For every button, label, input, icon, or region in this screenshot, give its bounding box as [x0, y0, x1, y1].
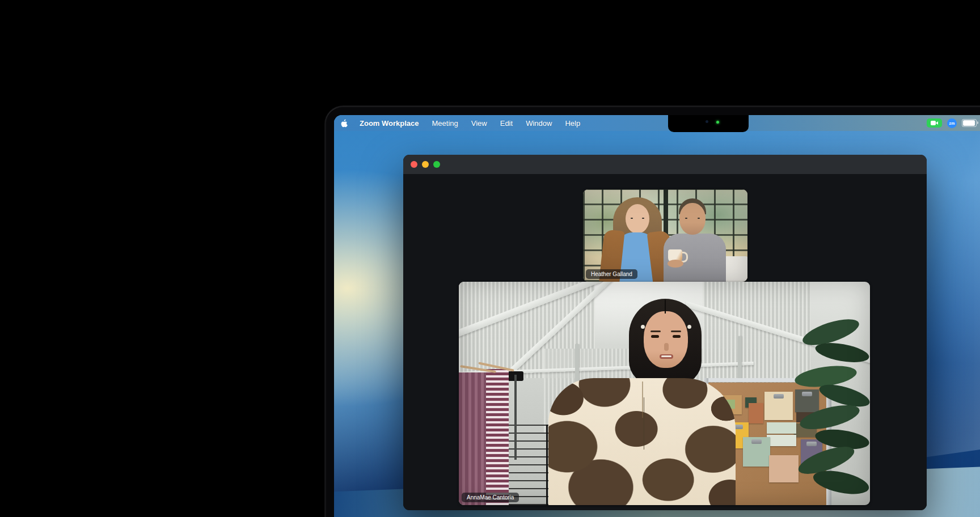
participant-name-label: AnnaMae Cantoria: [462, 493, 519, 502]
swatch: [767, 422, 796, 434]
eye: [651, 335, 659, 338]
macos-menubar: Zoom Workplace Meeting View Edit Window …: [334, 115, 980, 131]
menu-meeting[interactable]: Meeting: [430, 119, 461, 128]
menubar-status-icons: zm: [927, 115, 977, 131]
eye: [673, 335, 681, 338]
camera-indicator-light: [716, 121, 719, 124]
rack-pole: [514, 375, 517, 460]
earring: [687, 325, 691, 329]
swatch: [749, 403, 763, 423]
menubar-menus: Zoom Workplace Meeting View Edit Window …: [357, 119, 582, 128]
facetime-camera-dot: [706, 120, 708, 123]
swatch: [764, 392, 793, 420]
minimize-button[interactable]: [422, 161, 429, 168]
earring: [641, 325, 645, 329]
menu-view[interactable]: View: [469, 119, 489, 128]
eye: [642, 218, 644, 219]
battery-nub: [977, 121, 978, 124]
eye: [698, 218, 700, 219]
swatch: [743, 437, 770, 467]
necklace: [644, 397, 644, 450]
potted-plant: [798, 319, 870, 505]
video-tile-annamae[interactable]: AnnaMae Cantoria: [459, 282, 870, 505]
macbook-frame: Zoom Workplace Meeting View Edit Window …: [325, 106, 980, 517]
traffic-lights: [411, 161, 440, 168]
video-camera-icon: [931, 121, 938, 125]
menu-window[interactable]: Window: [523, 119, 554, 128]
video-tile-heather[interactable]: Heather Galland: [583, 189, 747, 282]
man-face: [679, 203, 706, 235]
display-notch: [668, 115, 749, 132]
meeting-canvas: Heather Galland: [403, 174, 927, 510]
apple-logo-icon: [341, 119, 348, 128]
menu-edit[interactable]: Edit: [498, 119, 515, 128]
apple-menu[interactable]: [341, 119, 348, 128]
zoom-menubar-icon[interactable]: zm: [947, 118, 957, 128]
menu-app-name[interactable]: Zoom Workplace: [357, 119, 421, 128]
annamae-blouse: [548, 378, 736, 505]
fullscreen-button[interactable]: [433, 161, 440, 168]
menu-help[interactable]: Help: [563, 119, 582, 128]
macbook-screen: Zoom Workplace Meeting View Edit Window …: [334, 115, 980, 517]
swatch: [769, 455, 799, 482]
eye: [631, 218, 633, 219]
man-hand: [668, 260, 683, 268]
swatch: [767, 435, 796, 446]
close-button[interactable]: [411, 161, 417, 168]
eye: [685, 218, 687, 219]
window-titlebar[interactable]: [403, 155, 927, 174]
battery-fill: [963, 120, 975, 126]
annamae-face: [644, 311, 688, 368]
camera-in-use-indicator[interactable]: [927, 118, 942, 128]
hair-part: [665, 300, 666, 313]
striped-fabric-rack: [459, 367, 512, 505]
zoom-meeting-window: Heather Galland: [403, 155, 927, 510]
battery-icon[interactable]: [962, 119, 977, 127]
participant-name-label: Heather Galland: [586, 269, 637, 279]
woman-face: [626, 204, 649, 234]
